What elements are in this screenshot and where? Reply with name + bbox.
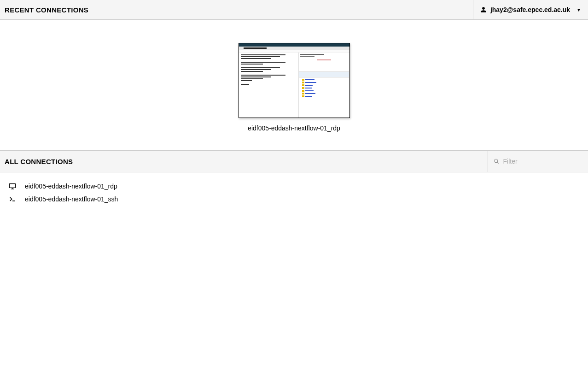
filter-input[interactable] [503, 158, 582, 165]
connection-preview [239, 43, 350, 118]
monitor-icon [8, 183, 17, 190]
svg-rect-2 [9, 184, 15, 188]
user-label: jhay2@safe.epcc.ed.ac.uk [490, 6, 570, 13]
user-icon [480, 6, 487, 13]
recent-connections-title: Recent Connections [0, 6, 88, 14]
all-connections-title: All Connections [0, 158, 73, 165]
caret-down-icon: ▼ [576, 7, 581, 12]
connection-label: eidf005-eddash-nextflow-01_rdp [25, 183, 117, 190]
recent-connection-thumbnail[interactable]: eidf005-eddash-nextflow-01_rdp [239, 43, 350, 132]
svg-point-0 [495, 159, 498, 162]
recent-connections-header: Recent Connections jhay2@safe.epcc.ed.ac… [0, 0, 588, 20]
recent-connections-section: eidf005-eddash-nextflow-01_rdp [0, 20, 588, 150]
recent-connection-label: eidf005-eddash-nextflow-01_rdp [248, 124, 340, 132]
connection-label: eidf005-eddash-nextflow-01_ssh [25, 195, 118, 203]
connection-item-rdp[interactable]: eidf005-eddash-nextflow-01_rdp [8, 180, 580, 193]
user-menu[interactable]: jhay2@safe.epcc.ed.ac.uk ▼ [473, 0, 588, 19]
all-connections-list: eidf005-eddash-nextflow-01_rdp eidf005-e… [0, 172, 588, 213]
svg-line-1 [497, 162, 499, 164]
search-icon [494, 158, 500, 165]
all-connections-header: All Connections [0, 150, 588, 172]
terminal-icon [8, 195, 17, 203]
filter-box[interactable] [488, 151, 588, 172]
connection-item-ssh[interactable]: eidf005-eddash-nextflow-01_ssh [8, 193, 580, 206]
